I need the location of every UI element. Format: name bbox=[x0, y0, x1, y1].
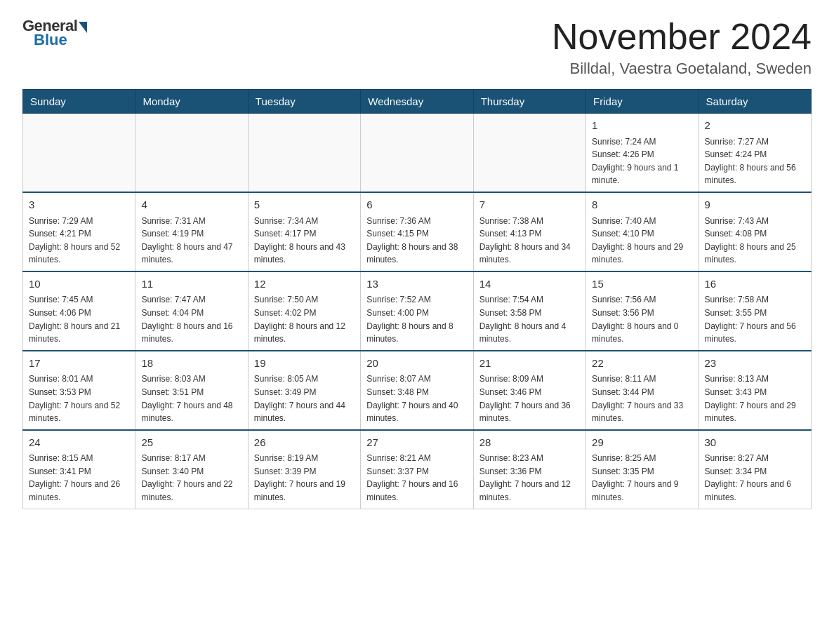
day-info: Sunrise: 7:34 AM Sunset: 4:17 PM Dayligh… bbox=[254, 215, 355, 267]
day-info: Sunrise: 8:25 AM Sunset: 3:35 PM Dayligh… bbox=[592, 452, 692, 504]
day-number: 2 bbox=[705, 118, 805, 134]
day-info: Sunrise: 7:58 AM Sunset: 3:55 PM Dayligh… bbox=[705, 293, 805, 345]
day-number: 29 bbox=[592, 435, 692, 451]
day-info: Sunrise: 8:03 AM Sunset: 3:51 PM Dayligh… bbox=[141, 373, 241, 424]
calendar-cell: 11Sunrise: 7:47 AM Sunset: 4:04 PM Dayli… bbox=[135, 271, 248, 351]
day-info: Sunrise: 8:05 AM Sunset: 3:49 PM Dayligh… bbox=[254, 373, 355, 424]
location-subtitle: Billdal, Vaestra Goetaland, Sweden bbox=[552, 60, 812, 78]
day-number: 27 bbox=[366, 435, 467, 451]
day-number: 23 bbox=[705, 356, 805, 372]
day-info: Sunrise: 7:40 AM Sunset: 4:10 PM Dayligh… bbox=[592, 215, 692, 267]
calendar-cell: 27Sunrise: 8:21 AM Sunset: 3:37 PM Dayli… bbox=[361, 430, 473, 509]
day-number: 13 bbox=[366, 276, 467, 293]
calendar-cell: 29Sunrise: 8:25 AM Sunset: 3:35 PM Dayli… bbox=[586, 430, 699, 509]
day-info: Sunrise: 8:09 AM Sunset: 3:46 PM Dayligh… bbox=[479, 373, 580, 424]
day-info: Sunrise: 7:56 AM Sunset: 3:56 PM Dayligh… bbox=[592, 293, 692, 345]
day-info: Sunrise: 7:38 AM Sunset: 4:13 PM Dayligh… bbox=[479, 215, 580, 267]
calendar-cell: 25Sunrise: 8:17 AM Sunset: 3:40 PM Dayli… bbox=[135, 430, 248, 509]
day-info: Sunrise: 7:29 AM Sunset: 4:21 PM Dayligh… bbox=[29, 215, 129, 267]
day-info: Sunrise: 8:21 AM Sunset: 3:37 PM Dayligh… bbox=[366, 452, 467, 504]
day-info: Sunrise: 8:11 AM Sunset: 3:44 PM Dayligh… bbox=[592, 373, 692, 424]
day-info: Sunrise: 8:17 AM Sunset: 3:40 PM Dayligh… bbox=[141, 452, 241, 504]
day-info: Sunrise: 7:54 AM Sunset: 3:58 PM Dayligh… bbox=[479, 293, 580, 345]
day-info: Sunrise: 7:43 AM Sunset: 4:08 PM Dayligh… bbox=[705, 215, 805, 267]
day-info: Sunrise: 7:36 AM Sunset: 4:15 PM Dayligh… bbox=[366, 215, 467, 267]
title-block: November 2024 Billdal, Vaestra Goetaland… bbox=[552, 17, 812, 78]
calendar-header-sunday: Sunday bbox=[23, 90, 135, 114]
day-number: 25 bbox=[141, 435, 241, 451]
calendar-header-friday: Friday bbox=[586, 90, 699, 114]
logo-blue-text: Blue bbox=[31, 31, 67, 49]
calendar-cell: 12Sunrise: 7:50 AM Sunset: 4:02 PM Dayli… bbox=[248, 271, 360, 351]
day-info: Sunrise: 7:47 AM Sunset: 4:04 PM Dayligh… bbox=[141, 293, 241, 345]
day-info: Sunrise: 8:01 AM Sunset: 3:53 PM Dayligh… bbox=[29, 373, 129, 424]
calendar-header-thursday: Thursday bbox=[473, 90, 585, 114]
day-number: 5 bbox=[254, 197, 355, 213]
calendar-cell: 30Sunrise: 8:27 AM Sunset: 3:34 PM Dayli… bbox=[699, 430, 811, 509]
day-info: Sunrise: 8:15 AM Sunset: 3:41 PM Dayligh… bbox=[29, 452, 129, 504]
calendar-cell: 14Sunrise: 7:54 AM Sunset: 3:58 PM Dayli… bbox=[473, 271, 585, 351]
calendar-cell: 22Sunrise: 8:11 AM Sunset: 3:44 PM Dayli… bbox=[586, 351, 699, 430]
calendar-cell: 3Sunrise: 7:29 AM Sunset: 4:21 PM Daylig… bbox=[23, 192, 135, 271]
calendar-header-tuesday: Tuesday bbox=[248, 90, 360, 114]
day-number: 4 bbox=[141, 197, 241, 213]
calendar-table: SundayMondayTuesdayWednesdayThursdayFrid… bbox=[22, 89, 812, 509]
day-number: 26 bbox=[254, 435, 355, 451]
day-number: 30 bbox=[705, 435, 805, 451]
calendar-cell: 8Sunrise: 7:40 AM Sunset: 4:10 PM Daylig… bbox=[586, 192, 699, 271]
day-number: 28 bbox=[479, 435, 580, 451]
calendar-cell: 26Sunrise: 8:19 AM Sunset: 3:39 PM Dayli… bbox=[248, 430, 360, 509]
day-info: Sunrise: 7:45 AM Sunset: 4:06 PM Dayligh… bbox=[29, 293, 129, 345]
calendar-cell bbox=[23, 114, 135, 192]
calendar-cell bbox=[361, 114, 473, 192]
calendar-cell bbox=[473, 114, 585, 192]
calendar-cell: 21Sunrise: 8:09 AM Sunset: 3:46 PM Dayli… bbox=[473, 351, 585, 430]
day-number: 9 bbox=[705, 197, 805, 213]
day-info: Sunrise: 7:27 AM Sunset: 4:24 PM Dayligh… bbox=[705, 135, 805, 187]
day-number: 11 bbox=[141, 276, 241, 293]
calendar-cell: 5Sunrise: 7:34 AM Sunset: 4:17 PM Daylig… bbox=[248, 192, 360, 271]
day-number: 21 bbox=[479, 356, 580, 372]
day-number: 16 bbox=[705, 276, 805, 293]
calendar-cell: 13Sunrise: 7:52 AM Sunset: 4:00 PM Dayli… bbox=[361, 271, 473, 351]
day-info: Sunrise: 8:27 AM Sunset: 3:34 PM Dayligh… bbox=[705, 452, 805, 504]
calendar-cell: 16Sunrise: 7:58 AM Sunset: 3:55 PM Dayli… bbox=[699, 271, 811, 351]
day-number: 8 bbox=[592, 197, 692, 213]
day-info: Sunrise: 7:31 AM Sunset: 4:19 PM Dayligh… bbox=[141, 215, 241, 267]
calendar-cell: 15Sunrise: 7:56 AM Sunset: 3:56 PM Dayli… bbox=[586, 271, 699, 351]
calendar-header-row: SundayMondayTuesdayWednesdayThursdayFrid… bbox=[23, 90, 812, 114]
day-info: Sunrise: 7:24 AM Sunset: 4:26 PM Dayligh… bbox=[592, 135, 692, 187]
day-number: 17 bbox=[29, 356, 129, 372]
calendar-week-row: 17Sunrise: 8:01 AM Sunset: 3:53 PM Dayli… bbox=[23, 351, 812, 430]
calendar-cell: 18Sunrise: 8:03 AM Sunset: 3:51 PM Dayli… bbox=[135, 351, 248, 430]
day-number: 15 bbox=[592, 276, 692, 293]
calendar-cell: 19Sunrise: 8:05 AM Sunset: 3:49 PM Dayli… bbox=[248, 351, 360, 430]
calendar-cell bbox=[135, 114, 248, 192]
day-info: Sunrise: 8:13 AM Sunset: 3:43 PM Dayligh… bbox=[705, 373, 805, 424]
calendar-cell: 20Sunrise: 8:07 AM Sunset: 3:48 PM Dayli… bbox=[361, 351, 473, 430]
day-number: 10 bbox=[29, 276, 129, 293]
calendar-cell: 23Sunrise: 8:13 AM Sunset: 3:43 PM Dayli… bbox=[699, 351, 811, 430]
day-number: 20 bbox=[366, 356, 467, 372]
calendar-week-row: 3Sunrise: 7:29 AM Sunset: 4:21 PM Daylig… bbox=[23, 192, 812, 271]
page-header: General Blue November 2024 Billdal, Vaes… bbox=[22, 17, 812, 78]
calendar-cell: 17Sunrise: 8:01 AM Sunset: 3:53 PM Dayli… bbox=[23, 351, 135, 430]
day-number: 3 bbox=[29, 197, 129, 213]
day-info: Sunrise: 8:23 AM Sunset: 3:36 PM Dayligh… bbox=[479, 452, 580, 504]
day-number: 14 bbox=[479, 276, 580, 293]
logo: General Blue bbox=[22, 17, 87, 49]
logo-arrow-icon bbox=[79, 22, 87, 33]
day-info: Sunrise: 7:52 AM Sunset: 4:00 PM Dayligh… bbox=[366, 293, 467, 345]
calendar-week-row: 10Sunrise: 7:45 AM Sunset: 4:06 PM Dayli… bbox=[23, 271, 812, 351]
calendar-cell: 4Sunrise: 7:31 AM Sunset: 4:19 PM Daylig… bbox=[135, 192, 248, 271]
day-number: 1 bbox=[592, 118, 692, 134]
calendar-header-monday: Monday bbox=[135, 90, 248, 114]
day-number: 22 bbox=[592, 356, 692, 372]
calendar-cell: 1Sunrise: 7:24 AM Sunset: 4:26 PM Daylig… bbox=[586, 114, 699, 192]
calendar-cell: 2Sunrise: 7:27 AM Sunset: 4:24 PM Daylig… bbox=[699, 114, 811, 192]
day-info: Sunrise: 8:07 AM Sunset: 3:48 PM Dayligh… bbox=[366, 373, 467, 424]
calendar-header-wednesday: Wednesday bbox=[361, 90, 473, 114]
day-number: 18 bbox=[141, 356, 241, 372]
day-number: 19 bbox=[254, 356, 355, 372]
day-info: Sunrise: 7:50 AM Sunset: 4:02 PM Dayligh… bbox=[254, 293, 355, 345]
